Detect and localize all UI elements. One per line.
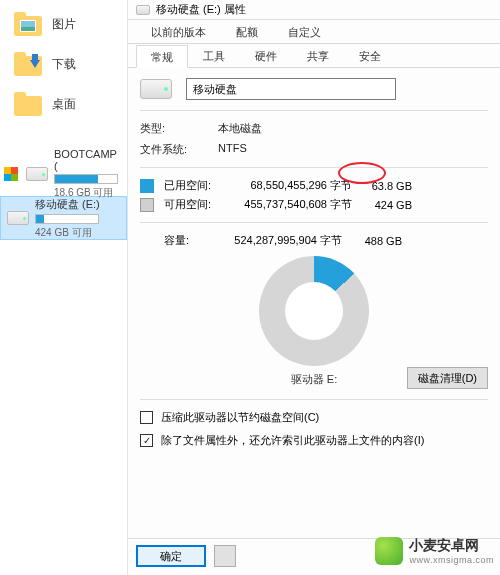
sidebar-drive-removable[interactable]: 移动硬盘 (E:) 424 GB 可用 bbox=[0, 196, 127, 240]
cancel-button[interactable] bbox=[214, 545, 236, 567]
drive-icon bbox=[7, 211, 29, 225]
folder-downloads-icon bbox=[14, 52, 42, 76]
sidebar-folder-pictures[interactable]: 图片 bbox=[0, 4, 127, 44]
filesystem-value: NTFS bbox=[218, 142, 247, 157]
folder-desktop-icon bbox=[14, 92, 42, 116]
compress-label: 压缩此驱动器以节约磁盘空间(C) bbox=[161, 410, 319, 425]
ok-button[interactable]: 确定 bbox=[136, 545, 206, 567]
capacity-bytes: 524,287,995,904 字节 bbox=[212, 233, 342, 248]
sidebar-folder-label: 图片 bbox=[52, 16, 76, 33]
drive-usage-bar bbox=[54, 174, 118, 184]
sidebar-drive-list: BOOTCAMP ( 18.6 GB 可用 移动硬盘 (E:) 424 GB 可… bbox=[0, 152, 127, 240]
sidebar-folder-desktop[interactable]: 桌面 bbox=[0, 84, 127, 124]
type-value: 本地磁盘 bbox=[218, 121, 262, 136]
index-checkbox[interactable]: ✓ bbox=[140, 434, 153, 447]
properties-dialog: 移动硬盘 (E:) 属性 以前的版本 配额 自定义 常规 工具 硬件 共享 安全… bbox=[128, 0, 500, 575]
tab-general[interactable]: 常规 bbox=[136, 45, 188, 68]
watermark: 小麦安卓网 www.xmsigma.com bbox=[375, 537, 494, 565]
used-space-short: 63.8 GB bbox=[362, 180, 412, 192]
watermark-url: www.xmsigma.com bbox=[409, 555, 494, 565]
tab-quota[interactable]: 配额 bbox=[221, 20, 273, 43]
compress-checkbox[interactable] bbox=[140, 411, 153, 424]
tab-previous-versions[interactable]: 以前的版本 bbox=[136, 20, 221, 43]
drive-icon bbox=[26, 167, 48, 181]
usage-donut-chart bbox=[259, 256, 369, 366]
sidebar-drive-bootcamp[interactable]: BOOTCAMP ( 18.6 GB 可用 bbox=[0, 152, 127, 196]
capacity-label: 容量: bbox=[164, 233, 202, 248]
drive-free-text: 424 GB 可用 bbox=[35, 226, 120, 240]
type-label: 类型: bbox=[140, 121, 194, 136]
drive-name: BOOTCAMP ( bbox=[54, 148, 121, 172]
explorer-sidebar: 图片 下载 桌面 BOOTCAMP ( 18.6 GB 可用 bbox=[0, 0, 128, 575]
filesystem-label: 文件系统: bbox=[140, 142, 194, 157]
dialog-tabs-upper: 以前的版本 配额 自定义 bbox=[128, 20, 500, 44]
dialog-title: 移动硬盘 (E:) 属性 bbox=[156, 2, 246, 17]
disk-cleanup-button[interactable]: 磁盘清理(D) bbox=[407, 367, 488, 389]
watermark-logo-icon bbox=[375, 537, 403, 565]
dialog-titlebar: 移动硬盘 (E:) 属性 bbox=[128, 0, 500, 20]
drive-name: 移动硬盘 (E:) bbox=[35, 197, 120, 212]
tab-hardware[interactable]: 硬件 bbox=[240, 44, 292, 67]
sidebar-folder-label: 下载 bbox=[52, 56, 76, 73]
drive-icon-large bbox=[140, 79, 172, 99]
tab-sharing[interactable]: 共享 bbox=[292, 44, 344, 67]
sidebar-folder-downloads[interactable]: 下载 bbox=[0, 44, 127, 84]
drive-name-input[interactable] bbox=[186, 78, 396, 100]
free-space-bytes: 455,737,540,608 字节 bbox=[222, 197, 352, 212]
watermark-title: 小麦安卓网 bbox=[409, 537, 494, 555]
free-space-short: 424 GB bbox=[362, 199, 412, 211]
free-space-label: 可用空间: bbox=[164, 197, 212, 212]
dialog-tabs-lower: 常规 工具 硬件 共享 安全 bbox=[128, 44, 500, 68]
drive-icon bbox=[136, 5, 150, 15]
folder-pictures-icon bbox=[14, 12, 42, 36]
tab-security[interactable]: 安全 bbox=[344, 44, 396, 67]
tab-tools[interactable]: 工具 bbox=[188, 44, 240, 67]
windows-icon bbox=[4, 167, 18, 181]
tab-customize[interactable]: 自定义 bbox=[273, 20, 336, 43]
capacity-short: 488 GB bbox=[352, 235, 402, 247]
used-space-label: 已用空间: bbox=[164, 178, 212, 193]
drive-letter-label: 驱动器 E: bbox=[291, 372, 337, 387]
index-label: 除了文件属性外，还允许索引此驱动器上文件的内容(I) bbox=[161, 433, 424, 448]
sidebar-folder-label: 桌面 bbox=[52, 96, 76, 113]
used-space-bytes: 68,550,455,296 字节 bbox=[222, 178, 352, 193]
drive-usage-bar bbox=[35, 214, 99, 224]
free-space-swatch bbox=[140, 198, 154, 212]
used-space-swatch bbox=[140, 179, 154, 193]
